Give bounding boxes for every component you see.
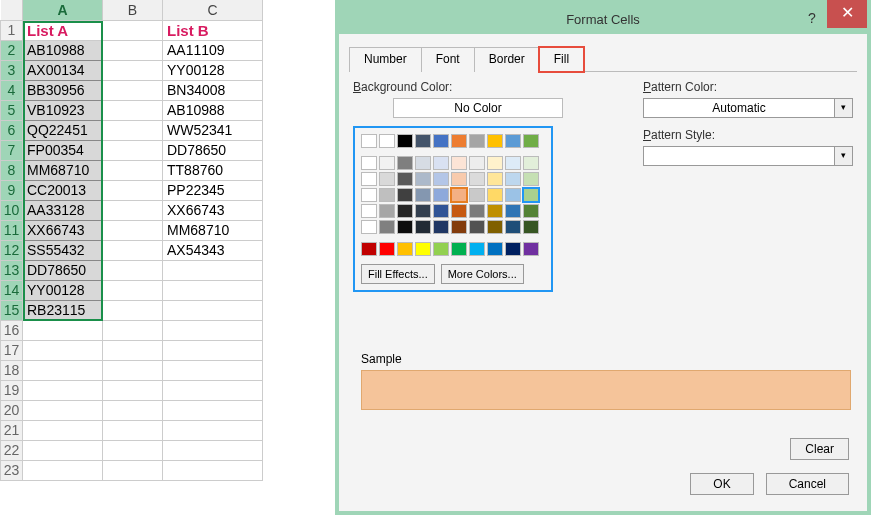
row-header-23[interactable]: 23: [1, 460, 23, 480]
color-swatch[interactable]: [451, 156, 467, 170]
color-swatch[interactable]: [397, 242, 413, 256]
column-header-A[interactable]: A: [23, 0, 103, 20]
tab-font[interactable]: Font: [421, 47, 475, 72]
color-swatch[interactable]: [433, 220, 449, 234]
cell-A2[interactable]: AB10988: [23, 40, 103, 60]
row-header-8[interactable]: 8: [1, 160, 23, 180]
color-swatch[interactable]: [361, 172, 377, 186]
cell-B19[interactable]: [103, 380, 163, 400]
pattern-style-combo[interactable]: ▾: [643, 146, 853, 166]
column-header-B[interactable]: B: [103, 0, 163, 20]
cell-A21[interactable]: [23, 420, 103, 440]
color-swatch[interactable]: [361, 220, 377, 234]
color-swatch[interactable]: [397, 156, 413, 170]
cell-A7[interactable]: FP00354: [23, 140, 103, 160]
color-swatch[interactable]: [415, 220, 431, 234]
cell-C21[interactable]: [163, 420, 263, 440]
dialog-titlebar[interactable]: Format Cells ? ✕: [339, 4, 867, 34]
cell-B6[interactable]: [103, 120, 163, 140]
color-swatch[interactable]: [397, 172, 413, 186]
color-swatch[interactable]: [433, 204, 449, 218]
row-header-15[interactable]: 15: [1, 300, 23, 320]
color-swatch[interactable]: [487, 172, 503, 186]
color-swatch[interactable]: [379, 134, 395, 148]
color-swatch[interactable]: [397, 188, 413, 202]
cell-B2[interactable]: [103, 40, 163, 60]
color-swatch[interactable]: [469, 172, 485, 186]
color-swatch[interactable]: [379, 242, 395, 256]
cell-A16[interactable]: [23, 320, 103, 340]
tab-number[interactable]: Number: [349, 47, 422, 72]
color-swatch[interactable]: [451, 188, 467, 202]
color-swatch[interactable]: [379, 156, 395, 170]
cell-B8[interactable]: [103, 160, 163, 180]
row-header-21[interactable]: 21: [1, 420, 23, 440]
row-header-17[interactable]: 17: [1, 340, 23, 360]
cell-C14[interactable]: [163, 280, 263, 300]
row-header-3[interactable]: 3: [1, 60, 23, 80]
cell-C16[interactable]: [163, 320, 263, 340]
color-swatch[interactable]: [487, 188, 503, 202]
row-header-6[interactable]: 6: [1, 120, 23, 140]
color-swatch[interactable]: [451, 204, 467, 218]
cell-B22[interactable]: [103, 440, 163, 460]
row-header-16[interactable]: 16: [1, 320, 23, 340]
cell-A6[interactable]: QQ22451: [23, 120, 103, 140]
cell-A17[interactable]: [23, 340, 103, 360]
color-swatch[interactable]: [451, 242, 467, 256]
cell-C19[interactable]: [163, 380, 263, 400]
color-swatch[interactable]: [397, 134, 413, 148]
cell-C11[interactable]: MM68710: [163, 220, 263, 240]
color-swatch[interactable]: [415, 204, 431, 218]
cell-B4[interactable]: [103, 80, 163, 100]
cell-C6[interactable]: WW52341: [163, 120, 263, 140]
color-swatch[interactable]: [451, 172, 467, 186]
color-swatch[interactable]: [523, 220, 539, 234]
color-swatch[interactable]: [433, 188, 449, 202]
cell-C20[interactable]: [163, 400, 263, 420]
cell-B3[interactable]: [103, 60, 163, 80]
color-swatch[interactable]: [487, 134, 503, 148]
cell-A5[interactable]: VB10923: [23, 100, 103, 120]
cell-A10[interactable]: AA33128: [23, 200, 103, 220]
color-swatch[interactable]: [361, 242, 377, 256]
help-button[interactable]: ?: [797, 4, 827, 34]
color-swatch[interactable]: [415, 156, 431, 170]
color-swatch[interactable]: [361, 204, 377, 218]
color-swatch[interactable]: [469, 156, 485, 170]
color-swatch[interactable]: [469, 220, 485, 234]
cell-B18[interactable]: [103, 360, 163, 380]
row-header-20[interactable]: 20: [1, 400, 23, 420]
close-button[interactable]: ✕: [827, 0, 867, 28]
cell-C5[interactable]: AB10988: [163, 100, 263, 120]
row-header-18[interactable]: 18: [1, 360, 23, 380]
cell-C15[interactable]: [163, 300, 263, 320]
color-swatch[interactable]: [379, 172, 395, 186]
row-header-4[interactable]: 4: [1, 80, 23, 100]
cell-C1[interactable]: List B: [163, 20, 263, 40]
color-swatch[interactable]: [469, 134, 485, 148]
cell-B13[interactable]: [103, 260, 163, 280]
cell-B15[interactable]: [103, 300, 163, 320]
color-swatch[interactable]: [361, 134, 377, 148]
cell-A1[interactable]: List A: [23, 20, 103, 40]
cell-A23[interactable]: [23, 460, 103, 480]
color-swatch[interactable]: [433, 242, 449, 256]
cell-B11[interactable]: [103, 220, 163, 240]
cell-A13[interactable]: DD78650: [23, 260, 103, 280]
cell-C4[interactable]: BN34008: [163, 80, 263, 100]
row-header-5[interactable]: 5: [1, 100, 23, 120]
row-header-19[interactable]: 19: [1, 380, 23, 400]
cell-B5[interactable]: [103, 100, 163, 120]
cell-C23[interactable]: [163, 460, 263, 480]
color-swatch[interactable]: [523, 242, 539, 256]
cell-C9[interactable]: PP22345: [163, 180, 263, 200]
cell-A9[interactable]: CC20013: [23, 180, 103, 200]
cell-C7[interactable]: DD78650: [163, 140, 263, 160]
ok-button[interactable]: OK: [690, 473, 753, 495]
color-swatch[interactable]: [523, 134, 539, 148]
cell-A3[interactable]: AX00134: [23, 60, 103, 80]
color-swatch[interactable]: [379, 188, 395, 202]
cell-C22[interactable]: [163, 440, 263, 460]
color-swatch[interactable]: [469, 242, 485, 256]
